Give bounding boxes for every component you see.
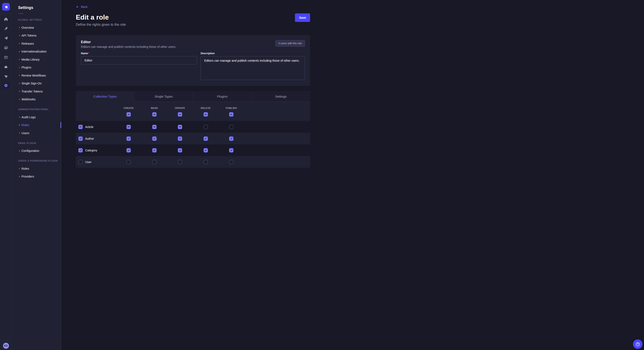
- app-rail: KD: [0, 0, 12, 175]
- author-delete-checkbox[interactable]: [204, 137, 208, 141]
- user-delete-checkbox[interactable]: [204, 160, 208, 164]
- category-read-checkbox[interactable]: [152, 148, 156, 153]
- permission-cell: [116, 137, 142, 141]
- paper-plane-icon[interactable]: [4, 36, 8, 40]
- select-all-delete-checkbox[interactable]: [204, 112, 208, 117]
- author-publish-checkbox[interactable]: [229, 137, 234, 141]
- article-delete-checkbox[interactable]: [204, 125, 208, 129]
- author-read-checkbox[interactable]: [152, 137, 156, 141]
- tab-settings[interactable]: Settings: [252, 91, 310, 102]
- role-description-textarea[interactable]: Editors can manage and publish contents …: [200, 56, 305, 80]
- article-publish-checkbox[interactable]: [229, 125, 234, 129]
- article-update-checkbox[interactable]: [178, 125, 182, 129]
- indeterminate-dash-icon: [179, 127, 181, 127]
- sidebar-item-api-tokens[interactable]: API Tokens: [12, 32, 61, 40]
- row-user-checkbox[interactable]: [78, 160, 83, 164]
- sidebar-item-users[interactable]: Users: [12, 129, 61, 137]
- indeterminate-dash-icon: [153, 114, 156, 115]
- layout-icon[interactable]: [4, 55, 8, 59]
- article-create-checkbox[interactable]: [126, 125, 131, 129]
- rail-item-settings-active[interactable]: [2, 82, 9, 89]
- sidebar-item-plugins[interactable]: Plugins: [12, 64, 61, 72]
- user-update-checkbox[interactable]: [178, 160, 182, 164]
- row-label-cell: Category: [76, 148, 116, 153]
- indeterminate-dash-icon: [128, 127, 130, 127]
- bullet-icon: [19, 27, 20, 28]
- sidebar-item-audit-logs[interactable]: Audit Logs: [12, 113, 61, 121]
- bullet-icon: [19, 168, 20, 169]
- page-header: Edit a role Define the rights given to t…: [76, 13, 310, 26]
- sidebar-item-label: Transfer Tokens: [22, 90, 43, 93]
- save-button[interactable]: Save: [295, 13, 310, 22]
- sidebar-item-providers[interactable]: Providers: [12, 173, 61, 175]
- sidebar-item-label: Overview: [22, 26, 34, 29]
- select-all-publish-checkbox[interactable]: [229, 112, 234, 117]
- author-update-checkbox[interactable]: [178, 137, 182, 141]
- sidebar-item-roles[interactable]: Roles: [12, 165, 61, 173]
- permission-cell: [142, 125, 168, 129]
- tab-plugins[interactable]: Plugins: [193, 91, 252, 102]
- permission-cell: [193, 137, 219, 141]
- sidebar-item-webhooks[interactable]: Webhooks: [12, 95, 61, 104]
- category-publish-checkbox[interactable]: [229, 148, 234, 153]
- sidebar-item-label: Roles: [22, 123, 29, 127]
- sidebar-item-roles[interactable]: Roles: [12, 121, 61, 129]
- permission-cell: [193, 148, 219, 153]
- tab-collection-types[interactable]: Collection Types: [76, 91, 134, 102]
- strapi-logo-icon: [4, 4, 8, 9]
- permission-cell: [193, 125, 219, 129]
- select-all-read-checkbox[interactable]: [152, 112, 156, 117]
- sidebar-item-label: Configuration: [22, 149, 39, 153]
- home-icon[interactable]: [4, 17, 8, 21]
- sidebar-item-label: Single Sign-On: [22, 82, 42, 85]
- users-with-role-badge[interactable]: 0 users with this role: [275, 40, 305, 47]
- back-link[interactable]: Back: [76, 5, 88, 8]
- sidebar-item-label: Audit Logs: [22, 116, 36, 119]
- table-row-author: Author: [76, 133, 310, 144]
- row-category-checkbox[interactable]: [78, 148, 83, 153]
- sidebar-item-review-workflows[interactable]: Review Workflows: [12, 71, 61, 80]
- sidebar-section-label-administration-panel: ADMINISTRATION PANEL: [18, 108, 61, 111]
- role-details-card: Editor Editors can manage and publish co…: [76, 35, 310, 86]
- indeterminate-dash-icon: [153, 127, 156, 127]
- pictures-icon[interactable]: [4, 46, 8, 50]
- bullet-icon: [19, 125, 20, 126]
- row-article-checkbox[interactable]: [78, 125, 83, 129]
- category-delete-checkbox[interactable]: [204, 148, 208, 153]
- strapi-logo[interactable]: [2, 3, 10, 11]
- select-all-create-checkbox[interactable]: [126, 112, 131, 117]
- row-author-checkbox[interactable]: [78, 137, 83, 141]
- permission-cell: [142, 148, 168, 153]
- user-read-checkbox[interactable]: [152, 160, 156, 164]
- sidebar-section-label-global-settings: GLOBAL SETTINGS: [18, 18, 61, 21]
- permission-cell: [116, 148, 142, 153]
- permission-cell: [116, 125, 142, 129]
- cart-icon[interactable]: [4, 74, 8, 79]
- article-read-checkbox[interactable]: [152, 125, 156, 129]
- tab-single-types[interactable]: Single Types: [134, 91, 193, 102]
- sidebar-item-transfer-tokens[interactable]: Transfer Tokens: [12, 87, 61, 95]
- feather-icon[interactable]: [4, 26, 8, 31]
- sidebar-item-label: API Tokens: [22, 34, 37, 37]
- user-publish-checkbox[interactable]: [229, 160, 234, 164]
- user-create-checkbox[interactable]: [126, 160, 131, 164]
- rail-nav: [4, 14, 8, 79]
- sidebar-title: Settings: [18, 5, 61, 10]
- category-update-checkbox[interactable]: [178, 148, 182, 153]
- sidebar-item-single-sign-on[interactable]: Single Sign-On: [12, 80, 61, 88]
- indeterminate-dash-icon: [230, 114, 232, 115]
- cloud-icon[interactable]: [4, 65, 8, 69]
- sidebar-item-media-library[interactable]: Media Library: [12, 55, 61, 64]
- category-create-checkbox[interactable]: [126, 148, 131, 153]
- bullet-icon: [19, 91, 20, 92]
- bullet-icon: [19, 150, 20, 151]
- sidebar-item-releases[interactable]: Releases: [12, 39, 61, 48]
- sidebar-item-internationalization[interactable]: Internationalization: [12, 48, 61, 56]
- role-form-fields: Name* Description Editors can manage and…: [81, 52, 305, 81]
- sidebar-section-list: RolesProviders: [12, 165, 61, 175]
- role-name-input[interactable]: [81, 56, 197, 65]
- author-create-checkbox[interactable]: [126, 137, 131, 141]
- sidebar-item-overview[interactable]: Overview: [12, 24, 61, 32]
- sidebar-item-configuration[interactable]: Configuration: [12, 147, 61, 155]
- select-all-update-checkbox[interactable]: [178, 112, 182, 117]
